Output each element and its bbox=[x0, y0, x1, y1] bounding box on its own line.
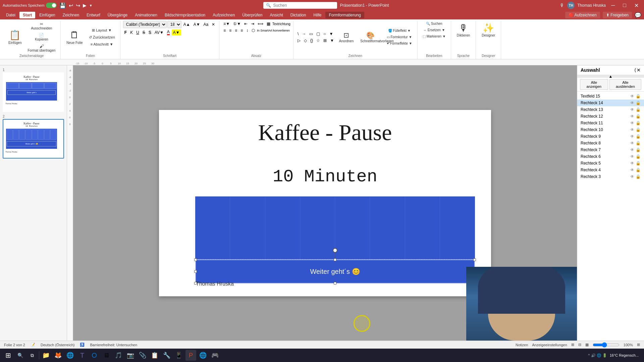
layer-item-11[interactable]: Rechteck 4👁🔒 bbox=[577, 167, 644, 173]
panel-collapse-btn[interactable]: ⟨ bbox=[634, 67, 636, 73]
designer-button[interactable]: ✨ Designer bbox=[479, 21, 498, 39]
menu-ueberpruefen[interactable]: Überprüfen bbox=[239, 12, 266, 18]
col-btn[interactable]: ▦ bbox=[265, 21, 272, 27]
menu-hilfe[interactable]: Hilfe bbox=[310, 12, 325, 18]
shapes-more-btn[interactable]: ▼ bbox=[328, 31, 335, 37]
menu-uebergaenge[interactable]: Übergänge bbox=[104, 12, 131, 18]
menu-praesentation[interactable]: Bildschirmpräsentation bbox=[161, 12, 209, 18]
toolbar-dropdown-icon[interactable]: ▼ bbox=[89, 4, 93, 7]
arrow-btn[interactable]: → bbox=[301, 31, 307, 37]
indent-less-btn[interactable]: ⇤ bbox=[243, 21, 249, 27]
taskbar-chrome-btn[interactable]: 🌐 bbox=[65, 350, 75, 361]
taskbar-outlook-btn[interactable]: O bbox=[89, 350, 100, 361]
show-all-btn[interactable]: Alle anzeigen bbox=[580, 79, 608, 90]
strikethrough-btn[interactable]: S bbox=[141, 29, 147, 36]
layer-item-4[interactable]: Rechteck 11👁🔒 bbox=[577, 120, 644, 126]
line-btn[interactable]: \ bbox=[296, 31, 300, 37]
font-family-select[interactable]: Calibri (Textkörper) bbox=[123, 21, 167, 28]
layer-item-8[interactable]: Rechteck 7👁🔒 bbox=[577, 146, 644, 153]
handle-tm[interactable] bbox=[334, 258, 336, 261]
taskbar-phone-btn[interactable]: 📱 bbox=[173, 350, 184, 361]
toolbar-redo-icon[interactable]: ↪ bbox=[76, 2, 80, 9]
menu-datei[interactable]: Datei bbox=[3, 12, 19, 18]
layer-item-10[interactable]: Rechteck 5👁🔒 bbox=[577, 160, 644, 167]
shadow-btn[interactable]: S bbox=[147, 29, 153, 36]
menu-dictation[interactable]: Dictation bbox=[287, 12, 310, 18]
handle-bm[interactable] bbox=[334, 282, 336, 285]
menu-animationen[interactable]: Animationen bbox=[131, 12, 161, 18]
close-button[interactable]: ✕ bbox=[632, 2, 641, 9]
shape2-btn[interactable]: ▷ bbox=[296, 38, 302, 44]
autosave-switch[interactable] bbox=[46, 3, 57, 8]
taskbar-teams-btn[interactable]: T bbox=[77, 350, 88, 361]
font-increase-btn[interactable]: A▲ bbox=[182, 21, 192, 27]
ellipse-btn[interactable]: ○ bbox=[322, 31, 327, 37]
menu-formformatierung[interactable]: Formformatierung bbox=[325, 12, 364, 18]
layer-item-5[interactable]: Rechteck 10👁🔒 bbox=[577, 126, 644, 133]
list-btn[interactable]: ≡▼ bbox=[222, 21, 231, 27]
comment-icon[interactable]: 💬 bbox=[635, 12, 641, 18]
taskbar-taskview-btn[interactable]: ⧉ bbox=[27, 350, 38, 361]
font-clear-btn[interactable]: ✕ bbox=[210, 21, 216, 27]
text-dir-btn[interactable]: ⟺ bbox=[256, 21, 265, 27]
taskbar-files-btn[interactable]: 📁 bbox=[41, 350, 51, 361]
underline-btn[interactable]: U bbox=[135, 29, 141, 36]
layer-item-6[interactable]: Rechteck 9👁🔒 bbox=[577, 133, 644, 140]
align-justify-btn[interactable]: ≡ bbox=[239, 27, 244, 34]
replace-btn[interactable]: ↔ Ersetzen ▼ bbox=[420, 27, 448, 33]
font-size-select[interactable]: 18 bbox=[167, 21, 181, 28]
align-center-btn[interactable]: ≡ bbox=[228, 27, 233, 34]
taskbar-camera-btn[interactable]: 📷 bbox=[125, 350, 136, 361]
taskbar-game-btn[interactable]: 🎮 bbox=[210, 350, 220, 361]
toolbar-undo-icon[interactable]: ↩ bbox=[69, 2, 73, 9]
view-icon3[interactable]: ▦ bbox=[585, 343, 589, 347]
taskbar-powerpoint-btn[interactable]: P bbox=[185, 350, 196, 361]
layout-button[interactable]: ⊞ Layout ▼ bbox=[87, 27, 117, 34]
rect-btn[interactable]: ▭ bbox=[308, 31, 314, 37]
font-decrease-btn[interactable]: A▼ bbox=[192, 21, 202, 27]
hide-all-btn[interactable]: Alle ausblenden bbox=[609, 79, 641, 90]
search-edit-btn[interactable]: 🔍 Suchen bbox=[420, 21, 448, 26]
view-icon2[interactable]: ⊟ bbox=[578, 343, 581, 347]
layer-item-9[interactable]: Rechteck 6👁🔒 bbox=[577, 153, 644, 160]
search-box[interactable]: 🔍 bbox=[263, 2, 337, 9]
slide-thumb-2[interactable]: 2 Kaffee - Pause 10 Minuten bbox=[3, 115, 64, 159]
shape6-btn[interactable]: ⊞ bbox=[322, 38, 328, 44]
search-input[interactable] bbox=[273, 3, 333, 8]
menu-aufzeichnen[interactable]: Aufzeichnen bbox=[209, 12, 238, 18]
taskbar-tools-btn[interactable]: 🔧 bbox=[161, 350, 172, 361]
layer-item-12[interactable]: Rechteck 3👁🔒 bbox=[577, 173, 644, 180]
handle-tl[interactable] bbox=[194, 258, 197, 261]
layer-item-2[interactable]: Rechteck 13👁🔒 bbox=[577, 106, 644, 113]
taskbar-windows-btn[interactable]: ⊞ bbox=[3, 350, 13, 361]
record-icon[interactable]: 🎙 bbox=[560, 3, 565, 8]
italic-btn[interactable]: K bbox=[129, 29, 134, 36]
menu-zeichnen[interactable]: Zeichnen bbox=[59, 12, 83, 18]
indent-more-btn[interactable]: ⇥ bbox=[250, 21, 256, 27]
menu-aufzeichnen-btn[interactable]: 🔴 Aufzeichnen bbox=[565, 12, 600, 18]
rounded-rect-btn[interactable]: ▢ bbox=[315, 31, 321, 37]
taskbar-board-btn[interactable]: 📋 bbox=[149, 350, 160, 361]
menu-freigeben-btn[interactable]: ⬆ Freigeben bbox=[603, 12, 632, 18]
paste-button[interactable]: 📋 Einfügen bbox=[5, 28, 24, 46]
slide-canvas[interactable]: Kaffee - Pause 10 Minuten bbox=[159, 110, 491, 296]
quick-styles-button[interactable]: 🎨 Schnellformatvorlagen bbox=[357, 29, 383, 45]
taskbar-music-btn[interactable]: 🎵 bbox=[113, 350, 124, 361]
menu-ansicht[interactable]: Ansicht bbox=[266, 12, 286, 18]
rotate-handle[interactable] bbox=[333, 248, 337, 253]
font-color-btn[interactable]: A bbox=[166, 29, 171, 36]
toolbar-save-icon[interactable]: 💾 bbox=[59, 2, 66, 9]
maximize-button[interactable]: □ bbox=[620, 2, 629, 8]
menu-start[interactable]: Start bbox=[19, 12, 35, 18]
shape4-btn[interactable]: {} bbox=[309, 38, 314, 44]
taskbar-edge-btn[interactable]: 🌐 bbox=[198, 350, 208, 361]
fill-btn[interactable]: 🪣 Fülleffekt ▼ bbox=[384, 28, 415, 34]
layer-item-3[interactable]: Rechteck 12👁🔒 bbox=[577, 113, 644, 120]
toolbar-present-icon[interactable]: ▶ bbox=[83, 3, 87, 8]
reset-button[interactable]: ↺ Zurücksetzen bbox=[87, 34, 117, 41]
effects-btn[interactable]: ✦ Formeffekte ▼ bbox=[384, 41, 415, 46]
shape3-btn[interactable]: ◇ bbox=[303, 38, 308, 44]
outline-btn[interactable]: ▭ Formkontur ▼ bbox=[384, 34, 415, 40]
panel-scrollbar-up[interactable]: ▲ bbox=[577, 75, 644, 78]
line-spacing-btn[interactable]: ↕ bbox=[245, 27, 250, 34]
